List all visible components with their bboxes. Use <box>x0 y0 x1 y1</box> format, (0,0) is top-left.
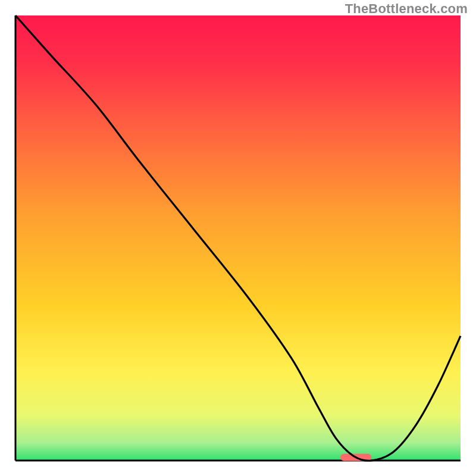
chart-container: TheBottleneck.com <box>0 0 476 476</box>
bottleneck-chart <box>0 0 476 476</box>
plot-background-gradient <box>15 15 461 461</box>
